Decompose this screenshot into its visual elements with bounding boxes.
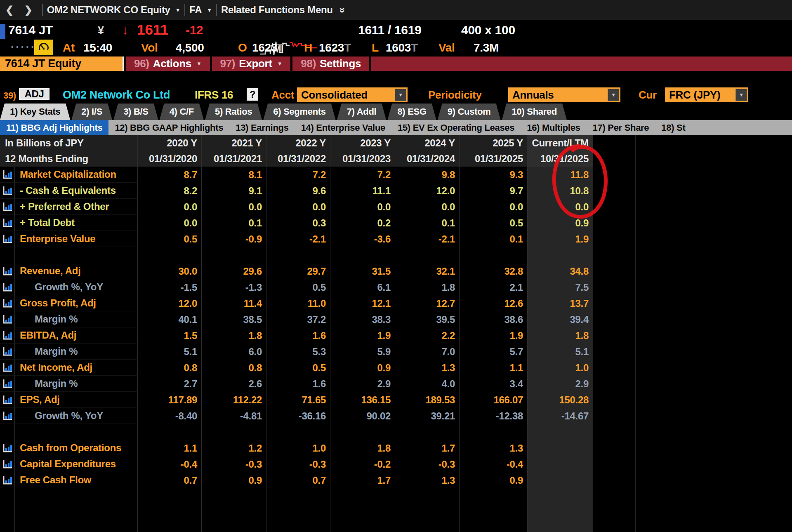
chart-icon-button[interactable] xyxy=(0,183,15,199)
bar-chart-icon xyxy=(2,186,13,196)
metric-value: -0.3 xyxy=(395,456,460,472)
chart-icon-button[interactable] xyxy=(0,408,15,424)
back-chevron-icon[interactable]: ❮ xyxy=(0,4,19,16)
tab-16-multiples[interactable]: 16) Multiples xyxy=(521,120,586,135)
bar-chart-icon xyxy=(2,395,13,405)
tab-12-bbg-gaap-highlights[interactable]: 12) BBG GAAP Highlights xyxy=(108,120,229,135)
menu-item-number: 98) xyxy=(301,57,316,70)
tab-10-shared[interactable]: 10) Shared xyxy=(502,104,567,120)
chart-icon-button[interactable] xyxy=(0,456,15,472)
active-security-tab[interactable]: 7614 JT Equity xyxy=(0,56,124,71)
tab-4-c-f[interactable]: 4) C/F xyxy=(160,104,204,120)
metric-value: 0.0 xyxy=(266,199,330,215)
tab-2-i-s[interactable]: 2) I/S xyxy=(71,104,112,120)
metric-value: 0.3 xyxy=(266,215,330,231)
tab-1-key-stats[interactable]: 1) Key Stats xyxy=(0,104,70,120)
chevron-down-icon[interactable]: ▼ xyxy=(735,89,747,101)
row-filler xyxy=(593,504,792,520)
metric-value: 0.5 xyxy=(266,279,330,295)
function-menu[interactable]: FA ▼ xyxy=(189,4,212,16)
ltm-value: 0.9 xyxy=(528,215,593,231)
metric-value: -8.40 xyxy=(138,408,202,424)
metric-value: 1.2 xyxy=(202,440,266,456)
tab-18-st[interactable]: 18) St xyxy=(655,120,691,135)
help-button[interactable]: ? xyxy=(247,88,258,101)
metric-label: Margin % xyxy=(15,376,138,392)
chart-icon-button[interactable] xyxy=(0,327,15,344)
financial-table: In Billions of JPY2020 Y2021 Y2022 Y2023… xyxy=(0,135,792,532)
column-header-date: 01/31/2020 xyxy=(138,151,202,167)
chart-icon-button[interactable] xyxy=(0,263,15,279)
column-header-year: 2021 Y xyxy=(202,135,266,151)
nav-divider xyxy=(184,4,185,16)
chevron-down-icon[interactable]: ▼ xyxy=(608,89,619,101)
tab-13-earnings[interactable]: 13) Earnings xyxy=(229,120,295,135)
chart-icon-button[interactable] xyxy=(0,167,15,183)
forward-chevron-icon[interactable]: ❯ xyxy=(19,4,38,16)
spacer-cell xyxy=(266,504,330,520)
ltm-value xyxy=(528,456,593,472)
high-value: 1623T xyxy=(319,41,351,54)
tab-7-addl[interactable]: 7) Addl xyxy=(337,104,387,120)
accounting-standard: IFRS 16 xyxy=(195,89,233,101)
metric-value: 38.3 xyxy=(330,311,395,327)
chart-icon-button[interactable] xyxy=(0,376,15,392)
acct-dropdown[interactable]: Consolidated ▼ xyxy=(297,87,408,102)
chart-icon-button[interactable] xyxy=(0,360,15,376)
primary-tabs: 1) Key Stats2) I/S3) B/S4) C/F5) Ratios6… xyxy=(0,104,568,120)
metric-label: EPS, Adj xyxy=(15,392,138,408)
chart-icon-button[interactable] xyxy=(0,440,15,456)
menu-item-number: 96) xyxy=(134,57,149,70)
row-filler xyxy=(593,263,792,279)
spacer-cell xyxy=(395,488,460,504)
low-value: 1603T xyxy=(386,41,418,54)
currency-dropdown[interactable]: FRC (JPY) ▼ xyxy=(665,87,748,102)
chart-icon-button[interactable] xyxy=(0,199,15,215)
menu-item-actions[interactable]: 96)Actions▼ xyxy=(126,56,210,71)
row-filler xyxy=(593,520,792,532)
tab-8-esg[interactable]: 8) ESG xyxy=(387,104,436,120)
acct-dropdown-value: Consolidated xyxy=(297,89,372,101)
gauge-icon[interactable] xyxy=(34,40,53,55)
chart-icon-button[interactable] xyxy=(0,344,15,360)
chart-icon-button[interactable] xyxy=(0,392,15,408)
chart-icon-button[interactable] xyxy=(0,279,15,295)
tab-17-per-share[interactable]: 17) Per Share xyxy=(587,120,655,135)
spacer-cell xyxy=(0,520,15,532)
column-header-year: 2020 Y xyxy=(138,135,202,151)
chart-icon-button[interactable] xyxy=(0,472,15,488)
menu-item-export[interactable]: 97)Export▼ xyxy=(212,56,291,71)
tab-14-enterprise-value[interactable]: 14) Enterprise Value xyxy=(295,120,391,135)
bar-chart-icon xyxy=(2,314,13,325)
ltm-value: 10.8 xyxy=(528,183,593,199)
spacer-cell xyxy=(528,520,593,532)
nav-divider xyxy=(42,4,43,16)
tab-11-bbg-adj-highlights[interactable]: 11) BBG Adj Highlights xyxy=(0,120,108,135)
currency-dropdown-value: FRC (JPY) xyxy=(665,89,724,101)
chart-icon-button[interactable] xyxy=(0,295,15,311)
adj-button[interactable]: ADJ xyxy=(19,88,50,100)
metric-value: 6.0 xyxy=(202,344,266,360)
spacer-cell xyxy=(15,488,138,504)
periodicity-label: Periodicity xyxy=(428,89,482,101)
metric-value: 0.9 xyxy=(202,472,266,488)
periodicity-dropdown[interactable]: Annuals ▼ xyxy=(508,87,620,102)
spacer-cell xyxy=(138,504,202,520)
chart-icon-button[interactable] xyxy=(0,311,15,327)
header-filler xyxy=(593,135,792,151)
related-functions-menu[interactable]: Related Functions Menu » xyxy=(221,4,345,16)
security-menu[interactable]: OM2 NETWORK CO Equity ▼ xyxy=(47,4,181,16)
tab-15-ev-ex-operating-leases[interactable]: 15) EV Ex Operating Leases xyxy=(391,120,521,135)
chart-icon-button[interactable] xyxy=(0,231,15,247)
tab-5-ratios[interactable]: 5) Ratios xyxy=(205,104,262,120)
tab-3-b-s[interactable]: 3) B/S xyxy=(113,104,158,120)
tab-9-custom[interactable]: 9) Custom xyxy=(438,104,501,120)
spacer-cell xyxy=(266,520,330,532)
tab-6-segments[interactable]: 6) Segments xyxy=(263,104,336,120)
open-value: 1623T xyxy=(252,41,284,54)
chevron-down-icon[interactable]: ▼ xyxy=(395,89,406,101)
function-menu-label: FA xyxy=(189,4,202,16)
chart-icon-button[interactable] xyxy=(0,215,15,231)
metric-value: 8.7 xyxy=(138,167,202,183)
menu-item-settings[interactable]: 98)Settings xyxy=(292,56,369,71)
